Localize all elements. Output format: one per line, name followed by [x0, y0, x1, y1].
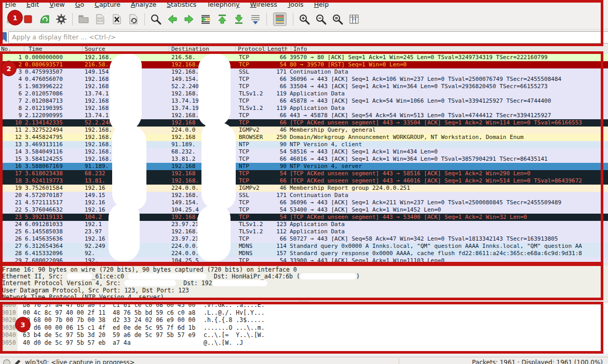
column-separator[interactable]	[265, 46, 266, 53]
go-to-last-packet-icon[interactable]	[233, 13, 245, 25]
packet-row-1[interactable]: 10.000000000192.168.216.58.TCP6639570 → …	[0, 54, 608, 61]
stop-capture-icon[interactable]	[22, 13, 34, 25]
packet-details-pane: Frame 16: 90 bytes on wire (720 bits), 9…	[0, 265, 608, 300]
column-header-source[interactable]: Source	[85, 45, 105, 54]
packet-row-19[interactable]: 193.752601584192.16224.0.0.IGMPv246Membe…	[0, 185, 608, 192]
packet-row-20[interactable]: 204.572070187149.15192.168.SSL171Continu…	[0, 192, 608, 199]
capture-options-icon[interactable]	[55, 13, 67, 25]
menu-help[interactable]: Help	[309, 0, 334, 9]
column-header-destination[interactable]: Destination	[171, 45, 209, 54]
packet-row-6[interactable]: 62.01205708613.74.1192.168.TLSv1.2119App…	[0, 90, 608, 97]
menu-edit[interactable]: Edit	[21, 0, 44, 9]
menu-analyze[interactable]: Analyze	[126, 0, 161, 9]
packet-row-10[interactable]: 102.13414233552.2.240.192.168TCP66[TCP A…	[0, 119, 608, 127]
reload-capture-file-icon[interactable]	[127, 13, 140, 25]
column-separator[interactable]	[235, 46, 236, 53]
close-capture-file-icon[interactable]	[111, 13, 123, 25]
go-back-icon[interactable]	[166, 13, 179, 25]
menu-view[interactable]: View	[44, 0, 70, 9]
packet-row-4[interactable]: 40.476056070192.168.0149.154.TCP6636096 …	[0, 76, 608, 83]
column-header-no[interactable]: No.	[1, 45, 11, 54]
filter-bookmark-icon[interactable]	[1, 32, 7, 42]
len-cell: 119	[260, 90, 287, 97]
menu-go[interactable]: Go	[70, 0, 89, 9]
column-header-info[interactable]: Info	[293, 45, 307, 54]
no-cell: 19	[0, 185, 22, 192]
zoom-reset-icon[interactable]	[331, 13, 344, 25]
proto-cell: TCP	[239, 156, 249, 163]
packet-row-11[interactable]: 112.327522494192.168.224.0.0IGMPv246Memb…	[0, 127, 608, 134]
auto-scroll-icon[interactable]	[249, 13, 262, 25]
menu-file[interactable]: File	[0, 0, 21, 9]
packet-row-3[interactable]: 30.475993507149.154.192.168.SSL171Contin…	[0, 68, 608, 76]
hex-row-0040[interactable]: 004063 b4 de 5c 97 5b 3d 20 59 a6 de 5c …	[0, 331, 608, 339]
info-cell: 53400 → 443 [ACK] Seq=1 Ack=1 Win=1452 L…	[290, 206, 608, 214]
no-cell: 15	[0, 156, 22, 163]
find-packet-icon[interactable]	[150, 13, 162, 25]
zoom-out-icon[interactable]	[315, 13, 327, 25]
detail-line-1[interactable]: Frame 16: 90 bytes on wire (720 bits), 9…	[2, 267, 608, 273]
resize-columns-icon[interactable]	[348, 13, 360, 25]
packet-row-15[interactable]: 153.584124255192.168.013.81.2TCP6646016 …	[0, 156, 608, 163]
column-separator[interactable]	[169, 46, 169, 53]
packet-row-9[interactable]: 92.12209099513.74.1192.168.TCP66443 → 45…	[0, 112, 608, 119]
menu-telephony[interactable]: Telephony	[201, 0, 245, 9]
detail-line-3[interactable]: Internet Protocol Version 4, Src: Dst: 1…	[2, 280, 608, 287]
len-cell: 46	[260, 127, 287, 134]
packet-row-24[interactable]: 246.091281033192.123.97.21TLSv1.2123Appl…	[0, 221, 608, 228]
hex-row-0020[interactable]: 002000 68 00 7b 00 7b 00 38 d2 33 24 02 …	[0, 316, 608, 324]
hex-ascii: @..\.[W. .J	[204, 339, 243, 346]
packet-row-25[interactable]: 256.14558503823.97192.168.TLSv1.2112Appl…	[0, 228, 608, 235]
detail-line-2[interactable]: Ethernet II, Src: _61:ce:c0 Dst: HonHaiP…	[2, 273, 608, 280]
column-separator[interactable]	[24, 46, 24, 53]
menu-statistics[interactable]: Statistics	[161, 0, 201, 9]
column-separator[interactable]	[291, 46, 291, 53]
dst-cell: 13.74.19	[171, 97, 199, 105]
packet-row-5[interactable]: 51.983996222192.168.52.2.240TCP6633504 →…	[0, 83, 608, 90]
column-header-time[interactable]: Time	[29, 45, 43, 54]
packet-row-23[interactable]: 235.392119133104.2192.168.TCP54[TCP ACKe…	[0, 214, 608, 221]
start-capture-icon[interactable]	[5, 13, 18, 25]
packet-row-16[interactable]: 163.58806716991.189.192.168NTP90NTP Vers…	[0, 163, 608, 170]
packet-row-18[interactable]: 183.62411977313.81.192.168.TCP66[TCP ACK…	[0, 177, 608, 185]
zoom-in-icon[interactable]	[298, 13, 310, 25]
packet-row-14[interactable]: 143.584049116192.168.68.232.TCP5458516 →…	[0, 148, 608, 156]
packet-row-21[interactable]: 214.572111517192.16149.154.TCP6636096 → …	[0, 199, 608, 206]
packet-row-22[interactable]: 225.376046632192.16104.25.4TCP5453400 → …	[0, 206, 608, 214]
column-header-length[interactable]: Length	[267, 45, 287, 54]
info-cell: [TCP ACKed unseen segment] 443 → 53400 […	[290, 214, 608, 221]
hex-row-0030[interactable]: 003001 d6 00 00 06 15 c1 4f ed 0e de 5c …	[0, 324, 608, 331]
packet-row-7[interactable]: 72.012084713192.16813.74.19TCP6645878 → …	[0, 97, 608, 105]
info-cell: 33504 → 443 [ACK] Seq=1 Ack=1 Win=364 Le…	[290, 83, 608, 90]
packet-row-17[interactable]: 173.61802343868.232192.168TCP54[TCP ACKe…	[0, 170, 608, 177]
restart-capture-icon[interactable]	[38, 13, 51, 25]
src-cell: 192.168.	[85, 134, 112, 141]
packet-row-28[interactable]: 286.41533209692.224.0.0.MDNS157Standard …	[0, 250, 608, 257]
menu-capture[interactable]: Capture	[89, 0, 126, 9]
go-to-packet-icon[interactable]	[199, 13, 212, 25]
packet-row-26[interactable]: 266.145635636192.1623.97.21TCP6650727 → …	[0, 235, 608, 243]
packet-row-27[interactable]: 276.31265436492.249224.0.0.MDNS114Standa…	[0, 243, 608, 250]
expert-info-icon[interactable]	[2, 358, 11, 364]
save-capture-file-icon[interactable]: 01010110	[94, 13, 106, 25]
display-filter-input[interactable]: Apply a display filter ... <Ctrl-/>	[8, 31, 608, 44]
colorize-packets-icon[interactable]	[273, 12, 287, 26]
column-separator[interactable]	[82, 46, 83, 53]
len-cell: 54	[260, 206, 287, 214]
hex-row-0050[interactable]: 005040 d0 de 5c 97 5b 57 eb a7 4a@..\.[W…	[0, 339, 608, 346]
packet-row-13[interactable]: 133.469313116192.168.91.189.NTP90NTP Ver…	[0, 141, 608, 148]
detail-line-4[interactable]: User Datagram Protocol, Src Port: 123, D…	[2, 287, 608, 294]
packet-row-8[interactable]: 82.012190395192.16813.74.19TLSv1.2119App…	[0, 105, 608, 112]
menu-tools[interactable]: Tools	[282, 0, 309, 9]
hex-row-0000[interactable]: 0000b8 76 3f a4 47 6b a0 f3 c1 61 ce c0 …	[0, 303, 608, 309]
go-forward-icon[interactable]	[183, 13, 195, 25]
column-header-protocol[interactable]: Protocol	[238, 45, 265, 54]
packet-row-12[interactable]: 123.445824795192.168.192.168BROWSER250Do…	[0, 134, 608, 141]
go-to-first-packet-icon[interactable]	[216, 13, 228, 25]
menu-wireless[interactable]: Wireless	[245, 0, 282, 9]
open-capture-file-icon[interactable]	[77, 13, 90, 25]
capture-comment-icon[interactable]	[12, 358, 22, 364]
packet-row-2[interactable]: 20.080693571216.58.192.168.TCP5480 → 395…	[0, 61, 608, 68]
time-cell: 1.983996222	[25, 83, 63, 90]
hex-row-0010[interactable]: 001000 4c 8c 97 40 00 2f 11 48 76 5b bd …	[0, 309, 608, 316]
